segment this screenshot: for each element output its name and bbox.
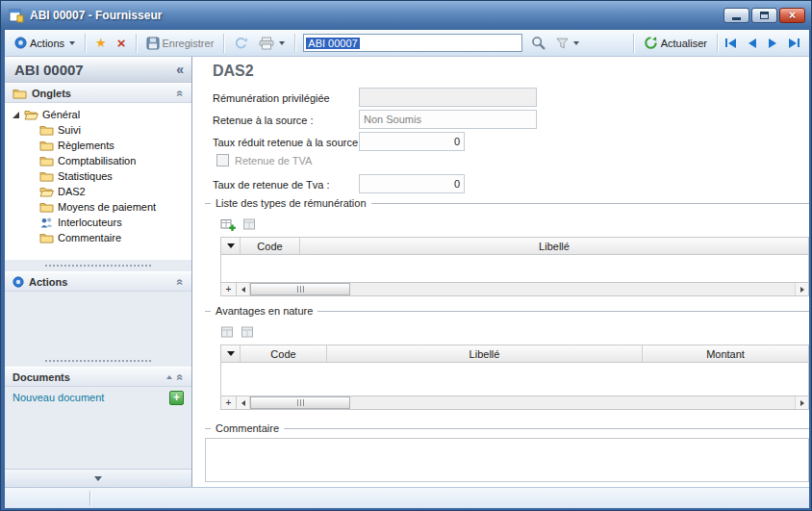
printer-icon — [259, 37, 274, 50]
new-record-button[interactable]: ★ — [91, 35, 111, 51]
scrollbar-thumb[interactable] — [250, 283, 350, 295]
scroll-left-icon — [241, 400, 245, 406]
delete-row-button[interactable] — [241, 325, 254, 339]
record-search-input[interactable]: ABI 00007 — [303, 34, 522, 52]
window-controls: × — [723, 8, 805, 23]
delete-record-button[interactable]: × — [114, 34, 130, 52]
delete-row-button[interactable] — [242, 217, 256, 231]
scroll-right-icon — [800, 287, 804, 293]
people-icon — [39, 217, 54, 228]
tree-item-label: Statistiques — [58, 170, 113, 182]
title-bar[interactable]: ABI 00007 - Fournisseur × — [1, 1, 812, 30]
collapse-section-icon[interactable]: « — [174, 278, 188, 285]
column-header-libelle[interactable]: Libellé — [300, 238, 808, 254]
print-button[interactable] — [255, 35, 289, 52]
column-header-libelle[interactable]: Libellé — [327, 345, 643, 362]
scroll-right-button[interactable] — [795, 396, 808, 409]
tree-item-statistiques[interactable]: Statistiques — [5, 168, 191, 184]
tree-item-reglements[interactable]: Règlements — [5, 138, 191, 153]
tree-item-label: DAS2 — [58, 186, 86, 197]
filter-button[interactable] — [552, 36, 583, 51]
add-document-button[interactable]: + — [169, 391, 184, 405]
maximize-icon — [760, 12, 769, 19]
avantages-grid: Code Libellé Montant + — [220, 345, 809, 410]
row-selector-column[interactable] — [221, 238, 241, 254]
retenue-source-value: Non Soumis — [364, 114, 421, 125]
scroll-left-button[interactable] — [237, 396, 250, 409]
sidebar-header: ABI 00007 « — [5, 57, 191, 83]
status-bar — [5, 487, 809, 508]
scroll-right-button[interactable] — [795, 283, 808, 295]
close-button[interactable]: × — [779, 8, 805, 23]
scrollbar-thumb[interactable] — [250, 396, 350, 409]
new-document-link[interactable]: Nouveau document + — [5, 387, 191, 408]
folder-open-icon — [39, 186, 54, 197]
column-header-montant[interactable]: Montant — [643, 345, 808, 362]
previous-record-button[interactable] — [747, 37, 758, 50]
taux-reduit-input[interactable]: 0 — [359, 132, 465, 151]
tree-expander-icon[interactable] — [13, 112, 19, 118]
actions-icon — [14, 37, 27, 49]
collapse-sidebar-button[interactable]: « — [176, 62, 184, 77]
add-row-button[interactable]: + — [221, 396, 237, 409]
grid-body[interactable] — [221, 363, 808, 396]
remuneration-input[interactable] — [359, 88, 537, 107]
tree-item-das2[interactable]: DAS2 — [5, 184, 191, 199]
actions-menu-button[interactable]: Actions — [11, 35, 79, 51]
retenue-tva-checkbox[interactable] — [216, 154, 229, 166]
save-button[interactable]: Enregistrer — [142, 35, 218, 52]
search-button[interactable] — [527, 34, 549, 52]
commentaire-textarea[interactable] — [205, 438, 809, 482]
last-record-button[interactable] — [787, 37, 801, 50]
tree-item-label: Suivi — [58, 124, 81, 136]
tree-item-commentaire[interactable]: Commentaire — [5, 230, 191, 245]
tree-item-moyens-de-paiement[interactable]: Moyens de paiement — [5, 199, 191, 215]
tree-item-label: Général — [42, 109, 80, 120]
tree-item-suivi[interactable]: Suivi — [5, 122, 191, 138]
tree-item-general[interactable]: Général — [5, 107, 191, 122]
first-record-button[interactable] — [723, 37, 738, 50]
group-avantages: Avantages en nature Code Libellé Montant… — [205, 305, 809, 410]
refresh-button[interactable]: Actualiser — [640, 34, 711, 52]
group-remunerations: Liste des types de rémunération Code Lib… — [205, 197, 809, 296]
tree-item-label: Interlocuteurs — [58, 217, 122, 228]
sidebar-overflow-button[interactable] — [5, 469, 191, 487]
tree-item-comptabilisation[interactable]: Comptabilisation — [5, 153, 191, 168]
section-actions-label: Actions — [29, 276, 67, 288]
section-onglets[interactable]: Onglets « — [5, 83, 191, 103]
next-record-button[interactable] — [767, 37, 778, 50]
section-documents-label: Documents — [13, 371, 70, 383]
window-content: Actions ★ × Enregistrer ABI 00007 — [5, 30, 809, 508]
add-row-button[interactable] — [220, 217, 236, 232]
previous-record-icon — [749, 38, 756, 48]
tree-item-interlocuteurs[interactable]: Interlocuteurs — [5, 215, 191, 230]
column-header-code[interactable]: Code — [241, 238, 300, 254]
tabs-tree: Général Suivi Règlements Comptabilisatio… — [5, 103, 191, 260]
maximize-button[interactable] — [751, 8, 777, 23]
sync-button[interactable] — [230, 35, 252, 52]
sidebar-spacer — [5, 292, 191, 355]
remunerations-grid: Code Libellé + — [220, 237, 809, 296]
add-row-button[interactable]: + — [221, 283, 237, 295]
collapse-section-icon[interactable]: « — [174, 89, 188, 96]
remuneration-label: Rémunération privilégiée — [213, 92, 330, 104]
retenue-source-input[interactable]: Non Soumis — [359, 110, 537, 129]
row-selector-column[interactable] — [221, 345, 241, 362]
section-documents[interactable]: Documents « — [5, 367, 191, 387]
grid-body[interactable] — [221, 255, 808, 282]
insert-row-button[interactable] — [220, 325, 234, 339]
taux-tva-input[interactable]: 0 — [359, 174, 465, 193]
last-record-icon — [789, 38, 797, 48]
chevron-up-icon[interactable] — [166, 375, 172, 379]
collapse-section-icon[interactable]: « — [174, 373, 188, 380]
tree-item-label: Comptabilisation — [58, 155, 136, 166]
section-actions[interactable]: Actions « — [5, 271, 191, 292]
sidebar-record-title: ABI 00007 — [14, 62, 84, 78]
scroll-left-button[interactable] — [237, 283, 250, 295]
column-header-code[interactable]: Code — [241, 345, 327, 362]
toolbar-separator — [717, 34, 718, 53]
minimize-icon — [732, 17, 741, 20]
minimize-button[interactable] — [723, 8, 749, 23]
toolbar-separator — [294, 34, 295, 53]
group-remunerations-title: Liste des types de rémunération — [211, 197, 371, 209]
